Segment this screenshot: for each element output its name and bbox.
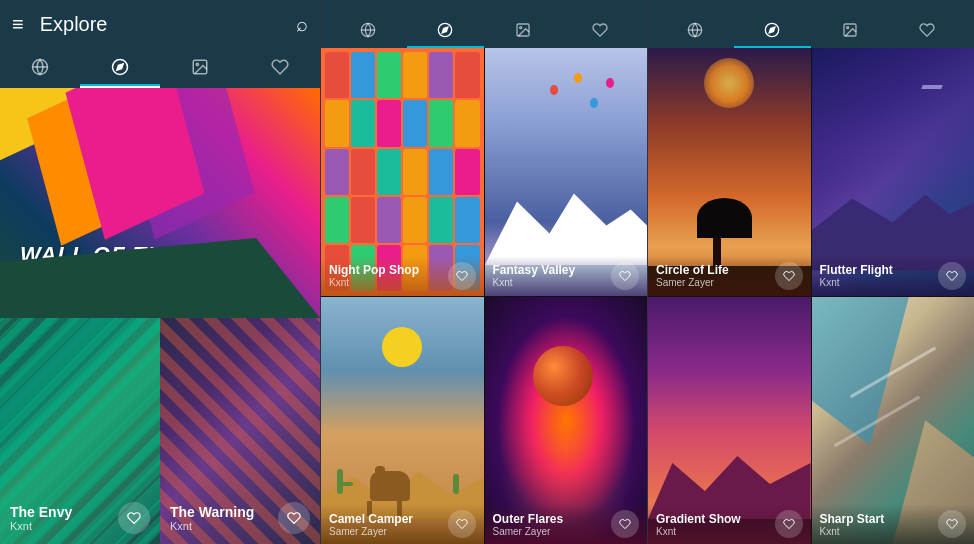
middle-panel-header bbox=[321, 0, 647, 48]
left-nav bbox=[0, 48, 320, 88]
search-icon[interactable]: ⌕ bbox=[296, 13, 308, 36]
middle-nav-globe[interactable] bbox=[329, 12, 407, 48]
middle-panel-grid: Night Pop Shop Kxnt bbox=[321, 48, 647, 544]
svg-point-5 bbox=[196, 63, 198, 65]
svg-marker-9 bbox=[442, 27, 448, 33]
card-flutter-flight[interactable]: Flutter Flight Kxnt bbox=[812, 48, 975, 296]
left-card-the-envy[interactable]: The Envy Kxnt bbox=[0, 318, 160, 544]
card-camel-camper[interactable]: Camel Camper Samer Zayer bbox=[321, 297, 484, 545]
night-pop-title: Night Pop Shop bbox=[329, 263, 448, 277]
left-header: ≡ Explore ⌕ bbox=[0, 0, 320, 48]
heart-btn-sharp[interactable] bbox=[938, 510, 966, 538]
right-nav-globe[interactable] bbox=[656, 12, 734, 48]
right-nav-image[interactable] bbox=[811, 12, 889, 48]
heart-btn-circle[interactable] bbox=[775, 262, 803, 290]
camel-author: Samer Zayer bbox=[329, 526, 448, 537]
heart-btn-night-pop[interactable] bbox=[448, 262, 476, 290]
circle-author: Samer Zayer bbox=[656, 277, 775, 288]
svg-point-17 bbox=[846, 27, 848, 29]
panels-right: Night Pop Shop Kxnt bbox=[320, 0, 974, 544]
card-gradient-show[interactable]: Gradient Show Kxnt bbox=[648, 297, 811, 545]
left-nav-compass[interactable] bbox=[80, 48, 160, 86]
svg-marker-15 bbox=[769, 27, 775, 33]
gradient-author: Kxnt bbox=[656, 526, 775, 537]
heart-btn-fantasy[interactable] bbox=[611, 262, 639, 290]
left-nav-globe[interactable] bbox=[0, 48, 80, 86]
card-circle-of-life[interactable]: Circle of Life Samer Zayer bbox=[648, 48, 811, 296]
heart-btn-envy[interactable] bbox=[118, 502, 150, 534]
circle-title: Circle of Life bbox=[656, 263, 775, 277]
left-card-the-warning[interactable]: The Warning Kxnt bbox=[160, 318, 320, 544]
menu-icon[interactable]: ≡ bbox=[12, 13, 24, 36]
gradient-title: Gradient Show bbox=[656, 512, 775, 526]
night-pop-author: Kxnt bbox=[329, 277, 448, 288]
heart-btn-flutter[interactable] bbox=[938, 262, 966, 290]
left-content: WALL OF THE DAY The Envy Kxnt bbox=[0, 88, 320, 544]
left-panel: ≡ Explore ⌕ WALL OF THE DAY bbox=[0, 0, 320, 544]
svg-point-11 bbox=[519, 27, 521, 29]
flutter-title: Flutter Flight bbox=[820, 263, 939, 277]
card-night-pop[interactable]: Night Pop Shop Kxnt bbox=[321, 48, 484, 296]
right-nav-compass[interactable] bbox=[734, 12, 812, 48]
card-title-warning: The Warning bbox=[170, 504, 278, 520]
card-outer-flares[interactable]: Outer Flares Samer Zayer bbox=[485, 297, 648, 545]
right-panel-header bbox=[648, 0, 974, 48]
right-panel-grid: Circle of Life Samer Zayer bbox=[648, 48, 974, 544]
sharp-title: Sharp Start bbox=[820, 512, 939, 526]
card-sharp-start[interactable]: Sharp Start Kxnt bbox=[812, 297, 975, 545]
wall-of-day[interactable]: WALL OF THE DAY bbox=[0, 88, 320, 318]
svg-marker-3 bbox=[117, 64, 123, 70]
fantasy-author: Kxnt bbox=[493, 277, 612, 288]
middle-panel: Night Pop Shop Kxnt bbox=[320, 0, 647, 544]
middle-nav-compass[interactable] bbox=[407, 12, 485, 48]
outer-title: Outer Flares bbox=[493, 512, 612, 526]
camel-title: Camel Camper bbox=[329, 512, 448, 526]
right-nav-heart[interactable] bbox=[889, 12, 967, 48]
card-fantasy-valley[interactable]: Fantasy Valley Kxnt bbox=[485, 48, 648, 296]
middle-panel-nav bbox=[329, 12, 639, 48]
heart-btn-outer[interactable] bbox=[611, 510, 639, 538]
heart-btn-warning[interactable] bbox=[278, 502, 310, 534]
sharp-author: Kxnt bbox=[820, 526, 939, 537]
left-bottom-cards: The Envy Kxnt The Warning Kxnt bbox=[0, 318, 320, 544]
outer-author: Samer Zayer bbox=[493, 526, 612, 537]
card-author-envy: Kxnt bbox=[10, 520, 118, 532]
fantasy-title: Fantasy Valley bbox=[493, 263, 612, 277]
middle-nav-image[interactable] bbox=[484, 12, 562, 48]
heart-btn-camel[interactable] bbox=[448, 510, 476, 538]
card-author-warning: Kxnt bbox=[170, 520, 278, 532]
middle-nav-heart[interactable] bbox=[562, 12, 640, 48]
left-nav-heart[interactable] bbox=[240, 48, 320, 86]
right-panel: Circle of Life Samer Zayer bbox=[647, 0, 974, 544]
left-nav-image[interactable] bbox=[160, 48, 240, 86]
right-panel-nav bbox=[656, 12, 966, 48]
app-title: Explore bbox=[40, 13, 280, 36]
heart-btn-gradient[interactable] bbox=[775, 510, 803, 538]
card-title-envy: The Envy bbox=[10, 504, 118, 520]
flutter-author: Kxnt bbox=[820, 277, 939, 288]
